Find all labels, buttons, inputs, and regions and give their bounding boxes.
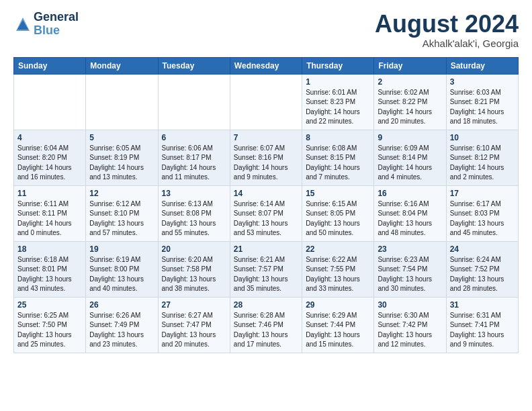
day-info: Sunrise: 6:21 AM Sunset: 7:57 PM Dayligh… — [234, 255, 298, 294]
day-number: 24 — [450, 244, 515, 254]
day-info: Sunrise: 6:17 AM Sunset: 8:03 PM Dayligh… — [450, 199, 515, 238]
day-number: 14 — [234, 189, 298, 198]
day-info: Sunrise: 6:04 AM Sunset: 8:20 PM Dayligh… — [17, 144, 82, 183]
day-info: Sunrise: 6:28 AM Sunset: 7:46 PM Dayligh… — [234, 311, 298, 350]
day-number: 17 — [450, 189, 515, 198]
day-number: 2 — [378, 77, 442, 87]
calendar-cell: 14Sunrise: 6:14 AM Sunset: 8:07 PM Dayli… — [230, 185, 302, 241]
header: General Blue August 2024 Akhalk'alak'i, … — [13, 11, 519, 49]
calendar-cell — [14, 74, 86, 130]
calendar-cell: 17Sunrise: 6:17 AM Sunset: 8:03 PM Dayli… — [446, 185, 518, 241]
calendar-cell: 28Sunrise: 6:28 AM Sunset: 7:46 PM Dayli… — [230, 297, 302, 353]
page: General Blue August 2024 Akhalk'alak'i, … — [0, 0, 532, 360]
day-info: Sunrise: 6:25 AM Sunset: 7:50 PM Dayligh… — [17, 311, 82, 350]
day-info: Sunrise: 6:10 AM Sunset: 8:12 PM Dayligh… — [450, 144, 515, 183]
weekday-sunday: Sunday — [14, 57, 86, 74]
day-info: Sunrise: 6:24 AM Sunset: 7:52 PM Dayligh… — [450, 255, 515, 294]
day-info: Sunrise: 6:09 AM Sunset: 8:14 PM Dayligh… — [378, 144, 442, 183]
calendar-week-2: 4Sunrise: 6:04 AM Sunset: 8:20 PM Daylig… — [14, 130, 519, 185]
calendar-cell: 26Sunrise: 6:26 AM Sunset: 7:49 PM Dayli… — [86, 297, 158, 353]
calendar-cell: 1Sunrise: 6:01 AM Sunset: 8:23 PM Daylig… — [302, 74, 374, 130]
day-number: 30 — [378, 300, 442, 310]
day-info: Sunrise: 6:16 AM Sunset: 8:04 PM Dayligh… — [378, 199, 442, 238]
weekday-friday: Friday — [374, 57, 446, 74]
day-number: 3 — [450, 77, 515, 87]
logo-text: General Blue — [34, 11, 79, 38]
calendar-cell: 22Sunrise: 6:22 AM Sunset: 7:55 PM Dayli… — [302, 241, 374, 297]
calendar-cell: 30Sunrise: 6:30 AM Sunset: 7:42 PM Dayli… — [374, 297, 446, 353]
day-number: 13 — [162, 189, 226, 198]
month-year: August 2024 — [375, 11, 519, 38]
logo-icon — [13, 15, 32, 34]
calendar-cell: 18Sunrise: 6:18 AM Sunset: 8:01 PM Dayli… — [14, 241, 86, 297]
day-number: 7 — [234, 133, 298, 142]
calendar-cell: 25Sunrise: 6:25 AM Sunset: 7:50 PM Dayli… — [14, 297, 86, 353]
calendar-cell: 27Sunrise: 6:27 AM Sunset: 7:47 PM Dayli… — [158, 297, 230, 353]
svg-marker-1 — [17, 20, 28, 30]
day-info: Sunrise: 6:01 AM Sunset: 8:23 PM Dayligh… — [306, 88, 370, 127]
day-number: 28 — [234, 300, 298, 310]
day-number: 1 — [306, 77, 370, 87]
day-info: Sunrise: 6:13 AM Sunset: 8:08 PM Dayligh… — [162, 199, 226, 238]
day-number: 19 — [89, 244, 154, 254]
day-info: Sunrise: 6:19 AM Sunset: 8:00 PM Dayligh… — [89, 255, 154, 294]
calendar-cell: 7Sunrise: 6:07 AM Sunset: 8:16 PM Daylig… — [230, 130, 302, 185]
day-info: Sunrise: 6:29 AM Sunset: 7:44 PM Dayligh… — [306, 311, 370, 350]
calendar-week-5: 25Sunrise: 6:25 AM Sunset: 7:50 PM Dayli… — [14, 297, 519, 353]
day-info: Sunrise: 6:06 AM Sunset: 8:17 PM Dayligh… — [162, 144, 226, 183]
weekday-monday: Monday — [86, 57, 158, 74]
calendar-cell: 2Sunrise: 6:02 AM Sunset: 8:22 PM Daylig… — [374, 74, 446, 130]
day-number: 29 — [306, 300, 370, 310]
calendar-cell: 15Sunrise: 6:15 AM Sunset: 8:05 PM Dayli… — [302, 185, 374, 241]
calendar-cell: 16Sunrise: 6:16 AM Sunset: 8:04 PM Dayli… — [374, 185, 446, 241]
day-number: 15 — [306, 189, 370, 198]
calendar: SundayMondayTuesdayWednesdayThursdayFrid… — [13, 57, 519, 353]
day-number: 25 — [17, 300, 82, 310]
weekday-header-row: SundayMondayTuesdayWednesdayThursdayFrid… — [14, 57, 519, 74]
day-number: 20 — [162, 244, 226, 254]
calendar-cell: 11Sunrise: 6:11 AM Sunset: 8:11 PM Dayli… — [14, 185, 86, 241]
day-number: 6 — [162, 133, 226, 142]
title-block: August 2024 Akhalk'alak'i, Georgia — [375, 11, 519, 49]
day-number: 5 — [89, 133, 154, 142]
calendar-cell: 23Sunrise: 6:23 AM Sunset: 7:54 PM Dayli… — [374, 241, 446, 297]
calendar-cell: 5Sunrise: 6:05 AM Sunset: 8:19 PM Daylig… — [86, 130, 158, 185]
day-info: Sunrise: 6:02 AM Sunset: 8:22 PM Dayligh… — [378, 88, 442, 127]
calendar-cell: 29Sunrise: 6:29 AM Sunset: 7:44 PM Dayli… — [302, 297, 374, 353]
day-number: 10 — [450, 133, 515, 142]
day-number: 18 — [17, 244, 82, 254]
calendar-cell: 24Sunrise: 6:24 AM Sunset: 7:52 PM Dayli… — [446, 241, 518, 297]
weekday-tuesday: Tuesday — [158, 57, 230, 74]
calendar-cell: 6Sunrise: 6:06 AM Sunset: 8:17 PM Daylig… — [158, 130, 230, 185]
weekday-wednesday: Wednesday — [230, 57, 302, 74]
calendar-cell — [158, 74, 230, 130]
day-info: Sunrise: 6:23 AM Sunset: 7:54 PM Dayligh… — [378, 255, 442, 294]
day-number: 11 — [17, 189, 82, 198]
day-info: Sunrise: 6:22 AM Sunset: 7:55 PM Dayligh… — [306, 255, 370, 294]
day-info: Sunrise: 6:27 AM Sunset: 7:47 PM Dayligh… — [162, 311, 226, 350]
day-info: Sunrise: 6:07 AM Sunset: 8:16 PM Dayligh… — [234, 144, 298, 183]
calendar-cell: 8Sunrise: 6:08 AM Sunset: 8:15 PM Daylig… — [302, 130, 374, 185]
day-info: Sunrise: 6:11 AM Sunset: 8:11 PM Dayligh… — [17, 199, 82, 238]
day-info: Sunrise: 6:12 AM Sunset: 8:10 PM Dayligh… — [89, 199, 154, 238]
calendar-cell: 19Sunrise: 6:19 AM Sunset: 8:00 PM Dayli… — [86, 241, 158, 297]
calendar-cell: 12Sunrise: 6:12 AM Sunset: 8:10 PM Dayli… — [86, 185, 158, 241]
day-number: 31 — [450, 300, 515, 310]
calendar-cell: 9Sunrise: 6:09 AM Sunset: 8:14 PM Daylig… — [374, 130, 446, 185]
calendar-cell: 20Sunrise: 6:20 AM Sunset: 7:58 PM Dayli… — [158, 241, 230, 297]
day-info: Sunrise: 6:26 AM Sunset: 7:49 PM Dayligh… — [89, 311, 154, 350]
day-number: 12 — [89, 189, 154, 198]
day-number: 26 — [89, 300, 154, 310]
logo: General Blue — [13, 11, 79, 38]
weekday-saturday: Saturday — [446, 57, 518, 74]
weekday-thursday: Thursday — [302, 57, 374, 74]
day-number: 16 — [378, 189, 442, 198]
day-info: Sunrise: 6:15 AM Sunset: 8:05 PM Dayligh… — [306, 199, 370, 238]
calendar-week-1: 1Sunrise: 6:01 AM Sunset: 8:23 PM Daylig… — [14, 74, 519, 130]
day-number: 27 — [162, 300, 226, 310]
day-number: 21 — [234, 244, 298, 254]
day-info: Sunrise: 6:20 AM Sunset: 7:58 PM Dayligh… — [162, 255, 226, 294]
day-number: 4 — [17, 133, 82, 142]
day-number: 9 — [378, 133, 442, 142]
calendar-cell: 31Sunrise: 6:31 AM Sunset: 7:41 PM Dayli… — [446, 297, 518, 353]
